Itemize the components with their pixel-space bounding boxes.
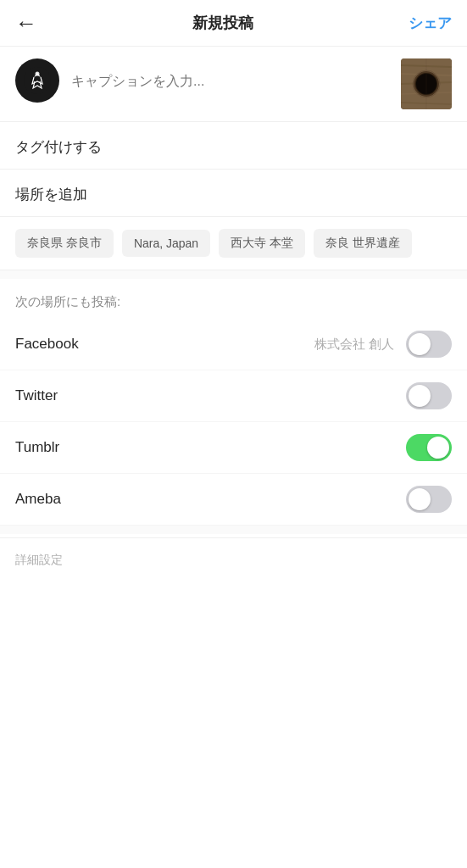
toggle-row-facebook: Facebook株式会社 創人 xyxy=(0,319,467,370)
toggle-switch[interactable] xyxy=(406,434,452,461)
tag-chip[interactable]: 奈良県 奈良市 xyxy=(15,229,114,258)
section-divider-1 xyxy=(0,270,467,279)
toggle-rows: Facebook株式会社 創人TwitterTumblrAmeba xyxy=(0,319,467,526)
service-sub: 株式会社 創人 xyxy=(314,337,394,353)
service-name: Tumblr xyxy=(15,439,406,456)
tag-section[interactable]: タグ付けする xyxy=(0,122,467,170)
toggle-knob xyxy=(409,385,431,407)
share-button[interactable]: シェア xyxy=(409,14,452,33)
advanced-label: 詳細設定 xyxy=(15,553,63,566)
page-title: 新規投稿 xyxy=(192,13,253,33)
toggle-switch[interactable] xyxy=(406,331,452,358)
caption-input[interactable] xyxy=(71,58,389,103)
toggle-row-twitter: Twitter xyxy=(0,370,467,422)
advanced-settings[interactable]: 詳細設定 xyxy=(0,537,467,581)
tags-row: 奈良県 奈良市Nara, Japan西大寺 本堂奈良 世界遺産 xyxy=(0,217,467,270)
toggle-row-ameba: Ameba xyxy=(0,474,467,526)
toggle-switch[interactable] xyxy=(406,382,452,409)
service-name: Facebook xyxy=(15,336,314,353)
tag-label: タグ付けする xyxy=(15,139,102,155)
header: ← 新規投稿 シェア xyxy=(0,0,467,47)
post-to-label: 次の場所にも投稿: xyxy=(15,294,120,309)
tag-chip[interactable]: Nara, Japan xyxy=(122,230,210,257)
toggle-switch[interactable] xyxy=(406,486,452,513)
avatar xyxy=(15,58,59,103)
service-name: Twitter xyxy=(15,387,406,404)
caption-area xyxy=(0,47,467,122)
tag-chip[interactable]: 西大寺 本堂 xyxy=(219,229,305,258)
service-name: Ameba xyxy=(15,491,406,508)
section-divider-2 xyxy=(0,526,467,534)
post-thumbnail xyxy=(401,58,452,109)
toggle-knob xyxy=(409,488,431,510)
location-section[interactable]: 場所を追加 xyxy=(0,170,467,217)
toggle-knob xyxy=(409,333,431,355)
svg-point-1 xyxy=(36,72,40,76)
post-to-section: 次の場所にも投稿: xyxy=(0,279,467,319)
tag-chip[interactable]: 奈良 世界遺産 xyxy=(314,229,412,258)
svg-point-0 xyxy=(24,67,51,94)
toggle-knob xyxy=(427,437,449,459)
location-label: 場所を追加 xyxy=(15,186,87,203)
toggle-row-tumblr: Tumblr xyxy=(0,422,467,474)
back-button[interactable]: ← xyxy=(15,12,37,34)
